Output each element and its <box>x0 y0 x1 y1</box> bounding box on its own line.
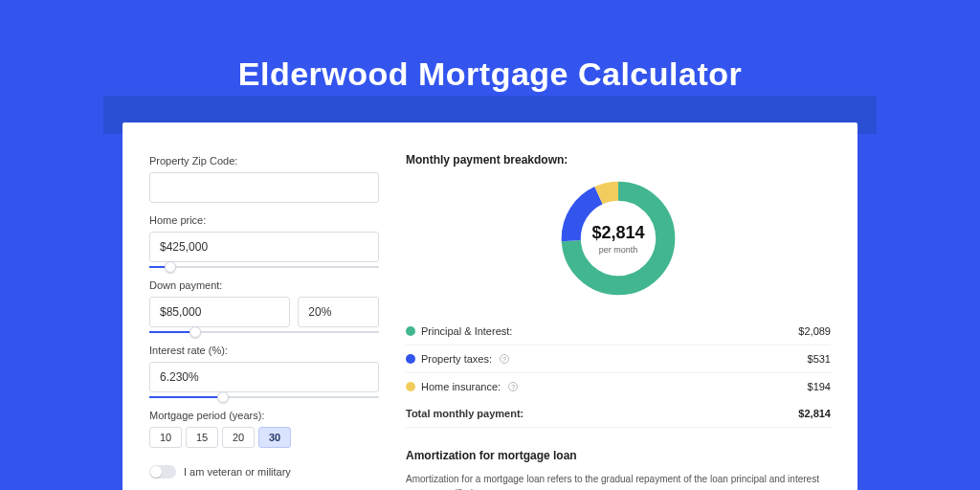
amort-body: Amortization for a mortgage loan refers … <box>406 472 831 490</box>
line-label: Principal & Interest: <box>421 325 512 337</box>
info-icon[interactable]: ? <box>500 354 509 364</box>
line-value: $2,089 <box>798 325 831 337</box>
zip-input[interactable] <box>149 172 379 203</box>
period-btn-30[interactable]: 30 <box>258 427 291 448</box>
total-value: $2,814 <box>798 408 831 419</box>
breakdown-title: Monthly payment breakdown: <box>406 153 831 167</box>
line-value: $531 <box>808 353 831 365</box>
down-slider-thumb[interactable] <box>189 326 201 338</box>
breakdown-column: Monthly payment breakdown: $2,814 per mo… <box>406 145 831 490</box>
rate-slider[interactable] <box>149 396 379 398</box>
line-label: Home insurance: <box>421 381 501 392</box>
price-label: Home price: <box>149 214 379 226</box>
down-slider-fill <box>149 331 195 333</box>
total-row: Total monthly payment: $2,814 <box>406 400 831 428</box>
period-btn-10[interactable]: 10 <box>149 427 182 448</box>
zip-label: Property Zip Code: <box>149 155 379 167</box>
rate-input[interactable] <box>149 362 379 392</box>
period-btn-15[interactable]: 15 <box>186 427 218 448</box>
breakdown-row: Property taxes:?$531 <box>406 345 831 373</box>
down-pct-input[interactable] <box>298 297 379 327</box>
donut-amount: $2,814 <box>591 223 644 243</box>
veteran-toggle[interactable] <box>149 465 176 479</box>
donut-center: $2,814 per month <box>556 176 680 301</box>
amort-title: Amortization for mortgage loan <box>406 449 831 462</box>
breakdown-row: Home insurance:?$194 <box>406 373 831 400</box>
period-btn-20[interactable]: 20 <box>222 427 255 448</box>
period-label: Mortgage period (years): <box>149 410 379 421</box>
columns: Property Zip Code: Home price: Down paym… <box>149 145 831 490</box>
price-slider[interactable] <box>149 266 379 268</box>
donut-chart: $2,814 per month <box>556 176 680 301</box>
price-slider-thumb[interactable] <box>165 261 176 273</box>
rate-label: Interest rate (%): <box>149 345 379 356</box>
line-value: $194 <box>808 381 831 392</box>
page-title: Elderwood Mortgage Calculator <box>0 56 980 93</box>
rate-slider-fill <box>149 396 223 398</box>
donut-sub: per month <box>599 245 638 255</box>
legend-dot <box>406 326 415 336</box>
veteran-toggle-row: I am veteran or military <box>149 465 379 479</box>
down-label: Down payment: <box>149 279 379 291</box>
price-input[interactable] <box>149 232 379 262</box>
legend-dot <box>406 354 415 364</box>
veteran-label: I am veteran or military <box>184 466 291 478</box>
line-label: Property taxes: <box>421 353 492 365</box>
inputs-column: Property Zip Code: Home price: Down paym… <box>149 145 379 490</box>
down-slider[interactable] <box>149 331 379 333</box>
rate-slider-thumb[interactable] <box>217 391 229 403</box>
toggle-knob <box>150 466 162 478</box>
down-amount-input[interactable] <box>149 297 290 327</box>
calculator-card: Property Zip Code: Home price: Down paym… <box>122 122 858 490</box>
legend-dot <box>406 382 415 391</box>
total-label: Total monthly payment: <box>406 408 523 419</box>
info-icon[interactable]: ? <box>508 382 518 391</box>
donut-wrap: $2,814 per month <box>406 176 831 301</box>
breakdown-row: Principal & Interest:$2,089 <box>406 318 831 345</box>
period-group: 10152030 <box>149 427 379 448</box>
